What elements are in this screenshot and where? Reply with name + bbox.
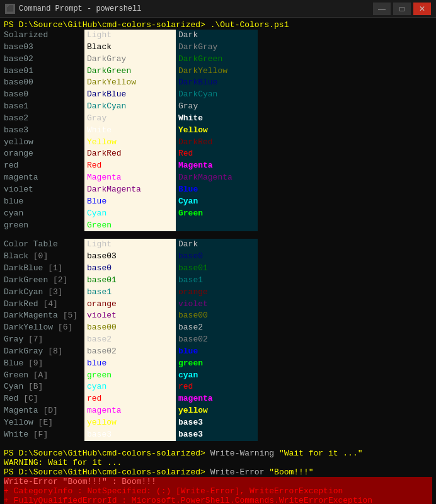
light-cell: DarkGreen — [84, 66, 176, 77]
terminal: PS D:\Source\GitHub\cmd-colors-solarized… — [0, 18, 436, 504]
table1-body: base03 Black DarkGray base02 DarkGray Da… — [4, 42, 432, 232]
ps-prompt-3: PS D:\Source\GitHub\cmd-colors-solarized… — [4, 467, 210, 477]
ps-cmd-2-pre: Write-Warning — [210, 449, 279, 458]
dark-cell: DarkCyan — [176, 89, 258, 101]
dark-cell: base2 — [176, 322, 258, 334]
light-cell: base00 — [84, 322, 176, 334]
sol-cell: base00 — [4, 77, 84, 89]
table-row: red Red Magenta — [4, 160, 432, 172]
light-cell: Green — [84, 220, 176, 232]
table-row: DarkCyan [3] base1 orange — [4, 287, 432, 299]
table-row: base2 Gray White — [4, 113, 432, 125]
minimize-button[interactable]: — — [373, 3, 391, 15]
table-row: base1 DarkCyan Gray — [4, 101, 432, 113]
dark-cell: yellow — [176, 405, 258, 417]
light-cell: cyan — [84, 381, 176, 393]
table-row: orange DarkRed Red — [4, 148, 432, 160]
close-button[interactable]: ✕ — [413, 3, 431, 15]
light-cell: base1 — [84, 287, 176, 299]
color-name-cell: Green [A] — [4, 370, 84, 382]
light-cell: red — [84, 393, 176, 405]
sol-cell: red — [4, 160, 84, 172]
light-cell: base0 — [84, 263, 176, 275]
color-name-cell: DarkMagenta [5] — [4, 310, 84, 322]
sol-cell: cyan — [4, 208, 84, 220]
error-output-1: Write-Error "Boom!!!" : Boom!!! — [4, 477, 432, 486]
color-name-cell: Magenta [D] — [4, 405, 84, 417]
warning-output: WARNING: Wait for it ... — [4, 458, 432, 467]
table-row: cyan Cyan Green — [4, 208, 432, 220]
table-row: White [F] base3 base3 — [4, 429, 432, 441]
dark-cell: DarkYellow — [176, 66, 258, 77]
t1-h-dark: Dark — [176, 30, 258, 42]
dark-cell: Gray — [176, 101, 258, 113]
table-row: Black [0] base03 base0 — [4, 251, 432, 263]
light-cell: Cyan — [84, 208, 176, 220]
light-cell: base3 — [84, 429, 176, 441]
table-row: Blue [9] blue green — [4, 358, 432, 370]
dark-cell: base3 — [176, 417, 258, 429]
dark-cell: DarkRed — [176, 137, 258, 149]
light-cell: DarkCyan — [84, 101, 176, 113]
dark-cell: Yellow — [176, 125, 258, 137]
t1-h-light: Light — [84, 30, 176, 42]
color-name-cell: White [F] — [4, 429, 84, 441]
light-cell: violet — [84, 310, 176, 322]
table-row: Red [C] red magenta — [4, 393, 432, 405]
sol-cell: magenta — [4, 172, 84, 184]
light-cell: blue — [84, 358, 176, 370]
color-name-cell: Black [0] — [4, 251, 84, 263]
color-name-cell: DarkGreen [2] — [4, 275, 84, 287]
light-cell: Magenta — [84, 172, 176, 184]
sol-cell: orange — [4, 148, 84, 160]
ps-cmd-1: .\Out-Colors.ps1 — [210, 20, 289, 30]
t1-h-sol: Solarized — [4, 30, 84, 42]
sol-cell: base1 — [4, 101, 84, 113]
sol-cell: base2 — [4, 113, 84, 125]
table-row: Gray [7] base2 base02 — [4, 334, 432, 346]
color-name-cell: DarkYellow [6] — [4, 322, 84, 334]
table-row: base02 DarkGray DarkGreen — [4, 54, 432, 66]
color-name-cell: DarkCyan [3] — [4, 287, 84, 299]
sol-cell: blue — [4, 196, 84, 208]
light-cell: Red — [84, 160, 176, 172]
t2-h-dark: Dark — [176, 239, 258, 251]
color-name-cell: Blue [9] — [4, 358, 84, 370]
title-bar: ⬛ Command Prompt - powershell — □ ✕ — [0, 0, 436, 18]
color-name-cell: DarkRed [4] — [4, 299, 84, 311]
color-name-cell: Yellow [E] — [4, 417, 84, 429]
dark-cell: cyan — [176, 370, 258, 382]
prompt-line-3: PS D:\Source\GitHub\cmd-colors-solarized… — [4, 467, 432, 477]
table-row: DarkBlue [1] base0 base01 — [4, 263, 432, 275]
ps-cmd-2-str: "Wait for it ..." — [279, 449, 363, 458]
light-cell: Black — [84, 42, 176, 54]
light-cell: base03 — [84, 251, 176, 263]
color-name-cell: DarkGray [8] — [4, 346, 84, 358]
dark-cell: base01 — [176, 263, 258, 275]
sol-cell: yellow — [4, 137, 84, 149]
sol-cell: base01 — [4, 66, 84, 77]
color-name-cell: Cyan [B] — [4, 381, 84, 393]
dark-cell: base0 — [176, 251, 258, 263]
maximize-button[interactable]: □ — [393, 3, 411, 15]
sol-cell: base02 — [4, 54, 84, 66]
t2-h-light: Light — [84, 239, 176, 251]
dark-cell: base00 — [176, 310, 258, 322]
light-cell: base01 — [84, 275, 176, 287]
table-row: DarkMagenta [5] violet base00 — [4, 310, 432, 322]
light-cell: Gray — [84, 113, 176, 125]
light-cell: DarkBlue — [84, 89, 176, 101]
dark-cell: Green — [176, 208, 258, 220]
sol-cell: base3 — [4, 125, 84, 137]
dark-cell: Red — [176, 148, 258, 160]
light-cell: base02 — [84, 346, 176, 358]
dark-cell: DarkGray — [176, 42, 258, 54]
t2-h-tbl: Color Table — [4, 239, 84, 251]
table-row: DarkRed [4] orange violet — [4, 299, 432, 311]
table-row: violet DarkMagenta Blue — [4, 184, 432, 196]
color-name-cell: Gray [7] — [4, 334, 84, 346]
dark-cell: Magenta — [176, 160, 258, 172]
table-row: Green [A] green cyan — [4, 370, 432, 382]
light-cell: DarkRed — [84, 148, 176, 160]
sol-cell: green — [4, 220, 84, 232]
